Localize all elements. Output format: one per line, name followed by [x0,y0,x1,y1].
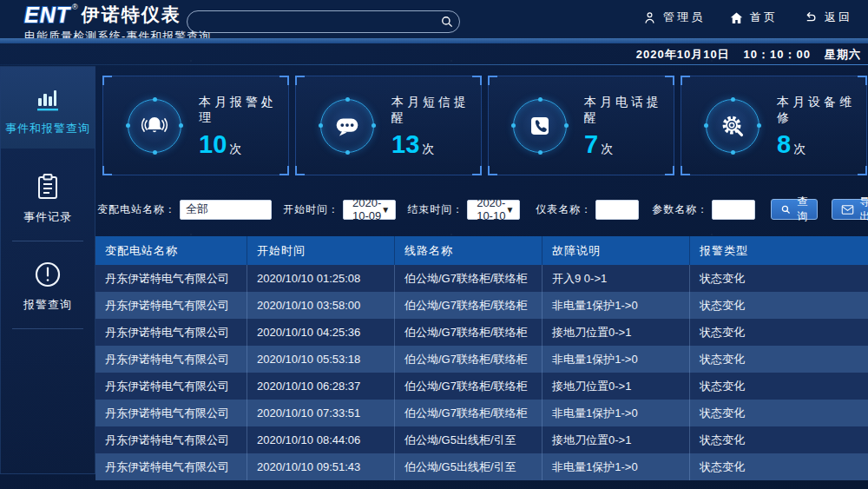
param-name-label: 参数名称： [652,202,708,217]
table-row[interactable]: 丹东伊诺特电气有限公司2020/10/10 03:58:00伯公坳/G7联络柜/… [95,292,868,319]
stat-cards-row: 本月报警处理 10 次 本月短信提醒 [102,76,867,175]
stat-unit: 次 [601,142,613,157]
table-cell: 丹东伊诺特电气有限公司 [95,373,247,400]
table-cell: 状态变化 [690,426,868,453]
stat-label: 本月电话提醒 [584,95,674,126]
brand-name: 伊诺特仪表 [82,3,181,27]
sidebar-item-event-log[interactable]: 事件记录 [1,159,95,235]
table-cell: 丹东伊诺特电气有限公司 [95,453,247,480]
back-icon [802,10,819,25]
sidebar-item-label: 报警查询 [1,297,95,313]
table-cell: 伯公坳/G7联络柜/联络柜 [395,373,542,400]
table-cell: 非电量1保护1->0 [542,400,690,426]
logo-ent: ENT [24,3,70,28]
sidebar-item-event-alarm-query[interactable]: 事件和报警查询 [1,67,95,149]
sidebar-divider [12,241,83,241]
table-cell: 丹东伊诺特电气有限公司 [95,426,247,453]
table-row[interactable]: 丹东伊诺特电气有限公司2020/10/10 09:51:43伯公坳/G5出线柜/… [95,453,868,480]
phone-icon [513,99,567,153]
station-filter-input[interactable] [180,200,272,220]
table-cell: 伯公坳/G5出线柜/引至 [395,453,542,480]
start-time-label: 开始时间： [283,202,339,217]
start-date-value: 2020-10-09 [352,196,381,222]
table-cell: 状态变化 [690,346,868,373]
end-date-select[interactable]: 2020-10-10 ▼ [467,200,520,220]
stat-card-alarm-processed: 本月报警处理 10 次 [102,76,289,175]
stat-value: 13 [391,132,419,157]
column-header: 开始时间 [247,236,395,265]
sms-icon [320,99,374,153]
table-cell: 非电量1保护1->0 [542,292,690,319]
table-cell: 丹东伊诺特电气有限公司 [95,265,247,292]
table-body: 丹东伊诺特电气有限公司2020/10/10 01:25:08伯公坳/G7联络柜/… [95,265,868,480]
export-button[interactable]: 导出 [832,199,868,220]
user-label: 管理员 [663,10,705,25]
table-cell: 状态变化 [690,453,868,480]
column-header: 线路名称 [395,236,542,265]
user-icon [642,10,657,25]
table-header: 变配电站名称 开始时间 线路名称 故障说明 报警类型 [95,236,868,265]
table-row[interactable]: 丹东伊诺特电气有限公司2020/10/10 01:25:08伯公坳/G7联络柜/… [95,265,868,292]
gear-wrench-icon [706,99,760,153]
table-cell: 2020/10/10 03:58:00 [247,292,395,319]
station-filter-label: 变配电站名称： [97,202,176,217]
table-cell: 2020/10/10 07:33:51 [247,400,395,426]
table-row[interactable]: 丹东伊诺特电气有限公司2020/10/10 06:28:37伯公坳/G7联络柜/… [95,373,868,400]
search-bar[interactable] [187,10,460,33]
table-row[interactable]: 丹东伊诺特电气有限公司2020/10/10 04:25:36伯公坳/G7联络柜/… [95,319,868,346]
stat-value: 10 [199,132,227,157]
stat-card-phone-reminder: 本月电话提醒 7 次 [488,76,674,175]
table-cell: 伯公坳/G7联络柜/联络柜 [395,346,542,373]
table-cell: 状态变化 [690,292,868,319]
envelope-icon [841,204,854,215]
table-cell: 伯公坳/G7联络柜/联络柜 [395,265,542,292]
query-button[interactable]: 查询 [771,199,818,220]
search-input[interactable] [187,16,435,29]
table-cell: 接地刀位置0->1 [542,319,690,346]
end-date-value: 2020-10-10 [477,196,505,222]
table-row[interactable]: 丹东伊诺特电气有限公司2020/10/10 08:44:06伯公坳/G5出线柜/… [95,426,868,453]
back-button[interactable]: 返回 [802,10,852,25]
table-cell: 开入9 0->1 [542,265,690,292]
stat-card-equipment-maintenance: 本月设备维修 8 次 [681,76,867,175]
clipboard-icon [1,171,95,202]
current-weekday: 星期六 [825,47,861,63]
export-button-label: 导出 [859,195,868,224]
bar-chart-icon [1,81,95,114]
param-name-input[interactable] [712,200,755,220]
alarm-table: 变配电站名称 开始时间 线路名称 故障说明 报警类型 丹东伊诺特电气有限公司20… [95,236,868,480]
back-label: 返回 [825,10,852,25]
main-content: 本月报警处理 10 次 本月短信提醒 [95,66,868,489]
header-actions: 管理员 首页 返回 [642,10,852,25]
table-cell: 2020/10/10 04:25:36 [247,319,395,346]
datetime-bar: 2020年10月10日 10：10：00 星期六 [0,43,868,65]
table-cell: 2020/10/10 08:44:06 [247,426,395,453]
app-header: ENT ® 伊诺特仪表 电能质量检测系统-事件和报警查询 管理员 [0,0,868,38]
sidebar-divider [12,328,83,329]
sidebar-item-alarm-query[interactable]: 报警查询 [1,247,95,323]
filter-bar: 变配电站名称： 开始时间： 2020-10-09 ▼ 结束时间： 2020-10… [97,198,866,221]
meter-name-input[interactable] [595,200,639,220]
stat-value: 8 [777,132,791,157]
table-cell: 伯公坳/G7联络柜/联络柜 [395,319,542,346]
current-date: 2020年10月10日 [636,47,730,63]
query-button-label: 查询 [797,195,808,224]
home-button[interactable]: 首页 [729,10,778,25]
table-cell: 丹东伊诺特电气有限公司 [95,292,247,319]
user-menu[interactable]: 管理员 [642,10,705,25]
start-date-select[interactable]: 2020-10-09 ▼ [343,200,396,220]
bell-icon [128,99,181,153]
end-time-label: 结束时间： [407,202,464,217]
stat-card-sms-reminder: 本月短信提醒 13 次 [295,76,482,175]
search-icon[interactable] [435,11,459,32]
stat-unit: 次 [793,142,806,157]
chevron-down-icon: ▼ [505,205,514,215]
table-row[interactable]: 丹东伊诺特电气有限公司2020/10/10 05:53:18伯公坳/G7联络柜/… [95,346,868,373]
stat-unit: 次 [422,142,434,157]
stat-value: 7 [584,132,598,157]
table-row[interactable]: 丹东伊诺特电气有限公司2020/10/10 07:33:51伯公坳/G7联络柜/… [95,400,868,426]
table-cell: 伯公坳/G5出线柜/引至 [395,426,542,453]
table-cell: 伯公坳/G7联络柜/联络柜 [395,400,542,426]
table-cell: 丹东伊诺特电气有限公司 [95,346,247,373]
meter-name-label: 仪表名称： [536,202,592,217]
